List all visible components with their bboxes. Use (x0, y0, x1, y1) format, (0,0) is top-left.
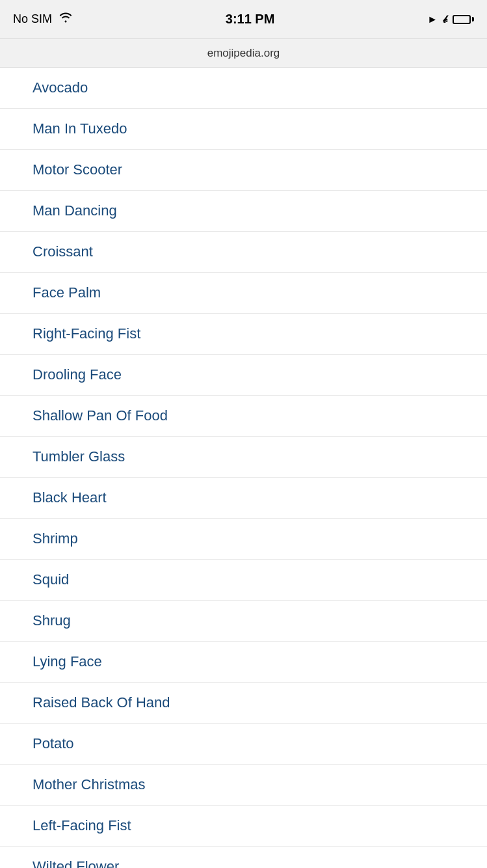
list-item-label-left-facing-fist: Left-Facing Fist (33, 817, 131, 834)
list-item-label-man-in-tuxedo: Man In Tuxedo (33, 120, 127, 137)
list-item-label-squid: Squid (33, 571, 69, 588)
list-item-tumbler-glass[interactable]: Tumbler Glass (0, 437, 487, 478)
list-item-label-tumbler-glass: Tumbler Glass (33, 448, 125, 465)
battery-icon (453, 15, 474, 24)
url-text: emojipedia.org (207, 47, 280, 60)
list-item-man-in-tuxedo[interactable]: Man In Tuxedo (0, 109, 487, 150)
list-item-label-raised-back-of-hand: Raised Back Of Hand (33, 694, 170, 711)
list-item-label-shrimp: Shrimp (33, 530, 78, 547)
carrier-label: No SIM (13, 12, 52, 26)
list-item-man-dancing[interactable]: Man Dancing (0, 191, 487, 232)
status-bar: No SIM 3:11 PM ► 𝒷 (0, 0, 487, 39)
list-item-label-drooling-face: Drooling Face (33, 366, 122, 383)
list-item-raised-back-of-hand[interactable]: Raised Back Of Hand (0, 683, 487, 724)
list-item-squid[interactable]: Squid (0, 560, 487, 601)
emoji-list: AvocadoMan In TuxedoMotor ScooterMan Dan… (0, 68, 487, 868)
list-item-label-potato: Potato (33, 735, 74, 752)
wifi-icon (59, 12, 73, 26)
list-item-wilted-flower[interactable]: Wilted Flower (0, 847, 487, 868)
list-item-label-wilted-flower: Wilted Flower (33, 858, 119, 868)
list-item-label-motor-scooter: Motor Scooter (33, 161, 122, 178)
list-item-right-facing-fist[interactable]: Right-Facing Fist (0, 314, 487, 355)
url-bar: emojipedia.org (0, 39, 487, 68)
list-item-face-palm[interactable]: Face Palm (0, 273, 487, 314)
list-item-mother-christmas[interactable]: Mother Christmas (0, 765, 487, 806)
list-item-label-lying-face: Lying Face (33, 653, 102, 670)
time-display: 3:11 PM (226, 12, 275, 27)
location-icon: ► (427, 14, 438, 25)
list-item-shrug[interactable]: Shrug (0, 601, 487, 642)
list-item-potato[interactable]: Potato (0, 724, 487, 765)
list-item-shallow-pan-of-food[interactable]: Shallow Pan Of Food (0, 396, 487, 437)
list-item-black-heart[interactable]: Black Heart (0, 478, 487, 519)
list-item-left-facing-fist[interactable]: Left-Facing Fist (0, 806, 487, 847)
list-item-label-avocado: Avocado (33, 79, 88, 96)
bluetooth-icon: 𝒷 (443, 14, 447, 25)
list-item-croissant[interactable]: Croissant (0, 232, 487, 273)
list-item-motor-scooter[interactable]: Motor Scooter (0, 150, 487, 191)
list-item-label-right-facing-fist: Right-Facing Fist (33, 325, 140, 342)
list-item-label-croissant: Croissant (33, 243, 93, 260)
status-right: ► 𝒷 (427, 14, 474, 25)
list-item-lying-face[interactable]: Lying Face (0, 642, 487, 683)
list-item-label-black-heart: Black Heart (33, 489, 107, 506)
list-item-label-shallow-pan-of-food: Shallow Pan Of Food (33, 407, 168, 424)
list-item-label-shrug: Shrug (33, 612, 71, 629)
list-item-avocado[interactable]: Avocado (0, 68, 487, 109)
list-item-drooling-face[interactable]: Drooling Face (0, 355, 487, 396)
list-item-shrimp[interactable]: Shrimp (0, 519, 487, 560)
list-item-label-mother-christmas: Mother Christmas (33, 776, 146, 793)
status-left: No SIM (13, 12, 73, 26)
list-item-label-face-palm: Face Palm (33, 284, 101, 301)
list-item-label-man-dancing: Man Dancing (33, 202, 117, 219)
